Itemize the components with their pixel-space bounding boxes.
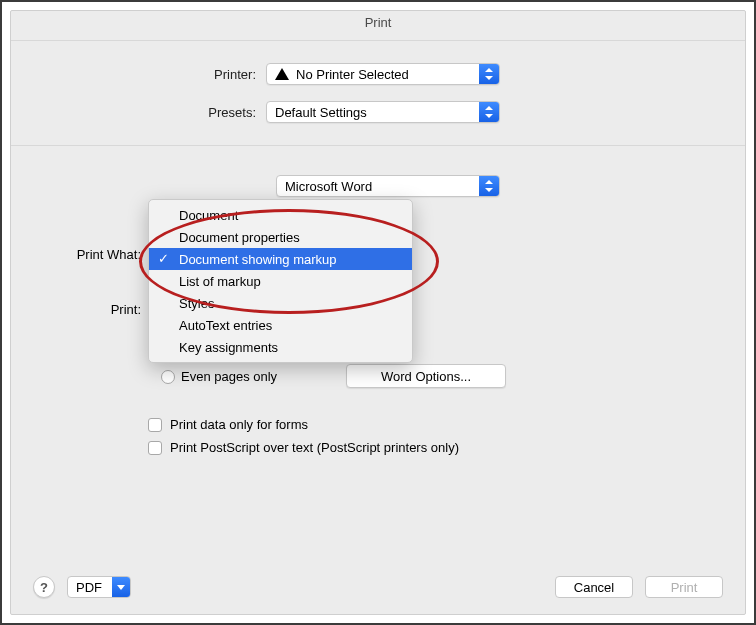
printer-popup[interactable]: No Printer Selected	[266, 63, 500, 85]
printer-label: Printer:	[11, 67, 266, 82]
print-dialog: Print Printer: No Printer Selected Prese…	[10, 10, 746, 615]
dropdown-item-autotext-entries[interactable]: AutoText entries	[149, 314, 412, 336]
checkbox-icon	[148, 418, 162, 432]
presets-value: Default Settings	[275, 105, 367, 120]
app-section-popup[interactable]: Microsoft Word	[276, 175, 500, 197]
chevron-up-icon	[485, 180, 493, 184]
app-section-value: Microsoft Word	[285, 179, 372, 194]
word-options-button[interactable]: Word Options...	[346, 364, 506, 388]
even-pages-label: Even pages only	[181, 369, 277, 384]
divider	[11, 145, 745, 146]
dropdown-item-key-assignments[interactable]: Key assignments	[149, 336, 412, 358]
print-postscript-checkbox[interactable]: Print PostScript over text (PostScript p…	[148, 440, 459, 455]
print-postscript-label: Print PostScript over text (PostScript p…	[170, 440, 459, 455]
printer-value: No Printer Selected	[296, 67, 409, 82]
check-icon: ✓	[158, 251, 169, 266]
cancel-button[interactable]: Cancel	[555, 576, 633, 598]
presets-popup[interactable]: Default Settings	[266, 101, 500, 123]
print-data-only-label: Print data only for forms	[170, 417, 308, 432]
checkbox-icon	[148, 441, 162, 455]
print-data-only-checkbox[interactable]: Print data only for forms	[148, 417, 459, 432]
warning-icon	[275, 68, 289, 80]
even-pages-radio[interactable]: Even pages only	[161, 369, 277, 384]
chevron-down-icon	[485, 188, 493, 192]
dropdown-item-document[interactable]: Document	[149, 204, 412, 226]
chevron-down-icon	[117, 585, 125, 590]
chevron-up-icon	[485, 68, 493, 72]
print-button[interactable]: Print	[645, 576, 723, 598]
presets-label: Presets:	[11, 105, 266, 120]
help-button[interactable]: ?	[33, 576, 55, 598]
dropdown-item-document-showing-markup[interactable]: ✓ Document showing markup	[149, 248, 412, 270]
pdf-popup-button[interactable]: PDF	[67, 576, 131, 598]
dropdown-item-styles[interactable]: Styles	[149, 292, 412, 314]
chevron-down-icon	[485, 76, 493, 80]
window-title: Print	[11, 11, 745, 41]
print-what-label: Print What:	[11, 247, 141, 262]
radio-icon	[161, 370, 175, 384]
dropdown-item-list-of-markup[interactable]: List of markup	[149, 270, 412, 292]
chevron-down-icon	[485, 114, 493, 118]
dropdown-item-document-properties[interactable]: Document properties	[149, 226, 412, 248]
print-scope-label: Print:	[11, 302, 141, 317]
chevron-up-icon	[485, 106, 493, 110]
print-what-dropdown[interactable]: Document Document properties ✓ Document …	[148, 199, 413, 363]
